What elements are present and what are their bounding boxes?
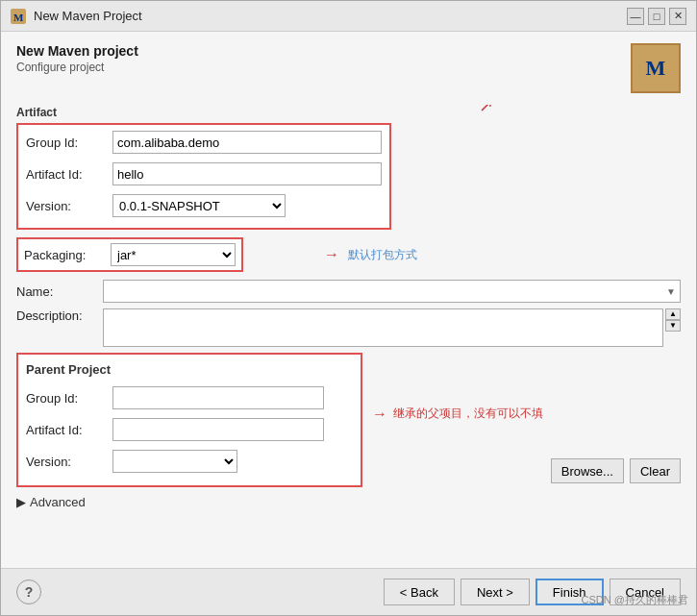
browse-clear-wrapper: Browse... Clear	[551, 458, 681, 483]
parent-group-id-label: Group Id:	[26, 391, 112, 406]
name-dropdown-arrow[interactable]: ▼	[662, 286, 680, 297]
artifact-annotation-wrapper: Artifact 项目的三个坐标 ↗	[16, 105, 681, 119]
next-button[interactable]: Next >	[461, 579, 530, 605]
packaging-box: Packaging: jar* war pom	[16, 237, 243, 272]
description-spinner: ▲ ▼	[665, 308, 681, 332]
group-id-label: Group Id:	[26, 136, 112, 150]
maven-logo-m: M	[646, 56, 666, 81]
parent-version-select[interactable]	[112, 450, 237, 473]
parent-artifact-id-label: Artifact Id:	[26, 423, 112, 437]
group-id-input[interactable]	[112, 131, 382, 154]
parent-version-label: Version:	[26, 455, 112, 469]
page-header-left: New Maven project Configure project	[16, 43, 138, 74]
browse-button[interactable]: Browse...	[551, 458, 624, 483]
version-row: Version: 0.0.1-SNAPSHOT	[26, 194, 382, 217]
page-subheading: Configure project	[16, 61, 138, 74]
version-label: Version:	[26, 199, 112, 213]
advanced-label: Advanced	[30, 495, 86, 509]
svg-text:M: M	[13, 12, 24, 23]
dialog-icon: M	[11, 9, 26, 24]
advanced-chevron: ▶	[16, 495, 26, 509]
group-id-row: Group Id:	[26, 131, 382, 154]
packaging-select[interactable]: jar* war pom	[111, 243, 236, 266]
watermark: CSDN @持久的棒棒君	[582, 593, 688, 607]
description-input[interactable]	[103, 308, 663, 347]
description-label: Description:	[16, 308, 103, 323]
maximize-button[interactable]: □	[648, 8, 665, 25]
arrow-annotation-1: ↗	[479, 105, 493, 116]
title-bar: M New Maven Project — □ ✕	[1, 1, 696, 32]
advanced-toggle[interactable]: ▶ Advanced	[16, 495, 681, 509]
dialog-window: M New Maven Project — □ ✕ New Maven proj…	[0, 0, 697, 616]
content-area: New Maven project Configure project M Ar…	[1, 32, 696, 568]
packaging-row: Packaging: jar* war pom → 默认打包方式	[16, 237, 681, 272]
close-button[interactable]: ✕	[669, 8, 686, 25]
artifact-id-label: Artifact Id:	[26, 167, 112, 182]
title-text: New Maven Project	[34, 9, 142, 23]
name-input[interactable]	[104, 281, 662, 302]
artifact-section-label: Artifact	[16, 106, 57, 119]
parent-section-title: Parent Project	[26, 362, 353, 377]
name-label: Name:	[16, 284, 103, 299]
version-select[interactable]: 0.0.1-SNAPSHOT	[112, 194, 286, 217]
packaging-annotation-text: 默认打包方式	[348, 247, 417, 263]
arrow-packaging: →	[324, 246, 339, 263]
spin-up[interactable]: ▲	[665, 308, 681, 320]
packaging-label: Packaging:	[24, 248, 111, 262]
help-button[interactable]: ?	[16, 579, 41, 604]
parent-group-id-row: Group Id:	[26, 386, 353, 409]
footer: ? < Back Next > Finish Cancel	[1, 568, 696, 615]
arrow-parent: →	[372, 406, 387, 423]
page-header: New Maven project Configure project M	[16, 43, 681, 93]
form-section: Artifact 项目的三个坐标 ↗ Group Id: Artifact Id…	[16, 105, 681, 556]
artifact-id-row: Artifact Id:	[26, 162, 382, 185]
description-row: Description: ▲ ▼	[16, 308, 681, 347]
parent-project-box: Parent Project Group Id: Artifact Id: Ve…	[16, 353, 362, 487]
footer-left: ?	[16, 579, 41, 604]
name-row: Name: ▼	[16, 280, 681, 303]
artifact-box: Group Id: Artifact Id: Version: 0.0.1-SN…	[16, 123, 391, 230]
minimize-button[interactable]: —	[627, 8, 644, 25]
parent-annotation-text: 继承的父项目，没有可以不填	[393, 406, 543, 422]
name-input-wrapper: ▼	[103, 280, 681, 303]
spin-down[interactable]: ▼	[665, 320, 681, 332]
parent-version-row: Version:	[26, 450, 353, 473]
artifact-id-input[interactable]	[112, 162, 382, 185]
parent-group-id-input[interactable]	[112, 386, 324, 409]
clear-button[interactable]: Clear	[630, 458, 681, 483]
maven-logo: M	[631, 43, 681, 93]
page-heading: New Maven project	[16, 43, 138, 59]
parent-artifact-id-input[interactable]	[112, 418, 324, 441]
parent-artifact-id-row: Artifact Id:	[26, 418, 353, 441]
parent-project-wrapper: Parent Project Group Id: Artifact Id: Ve…	[16, 353, 681, 487]
back-button[interactable]: < Back	[384, 579, 455, 605]
